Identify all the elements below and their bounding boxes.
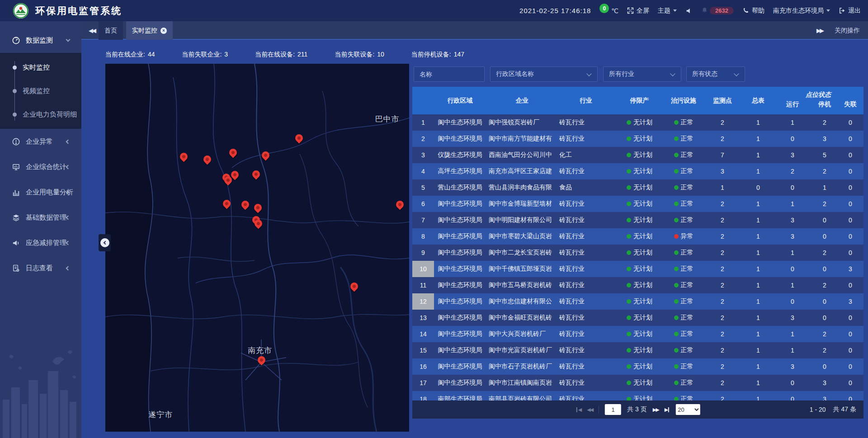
limit-production-cell: 无计划: [613, 281, 665, 289]
close-icon[interactable]: ×: [160, 28, 167, 34]
map-panel[interactable]: 巴中市南充市遂宁市: [105, 64, 409, 432]
table-row[interactable]: 8阆中生态环境局阆中市枣碧大梁山页岩砖瓦行业无计划异常21300: [412, 228, 863, 245]
run-cell: 3: [773, 151, 812, 159]
region-cell: 阆中生态环境局: [434, 118, 486, 127]
lost-cell: 3: [837, 265, 863, 273]
theme-dropdown[interactable]: 主题: [658, 7, 677, 15]
region-cell: 阆中生态环境局: [434, 363, 486, 371]
table-header: 行政区域企业行业停限产治污设施监测点总表点位状态运行停机失联: [412, 87, 863, 114]
table-row[interactable]: 12阆中生态环境局阆中市忠信建材有限公砖瓦行业无计划正常21003: [412, 293, 863, 310]
run-cell: 0: [773, 396, 812, 400]
lost-cell: 0: [837, 396, 863, 400]
table-row[interactable]: 5营山生态环境局营山县润丰肉食品有限食品无计划正常10010: [412, 179, 863, 196]
table-row[interactable]: 9阆中生态环境局阆中市二龙长宝页岩砖砖瓦行业无计划正常21120: [412, 245, 863, 261]
table-row[interactable]: 13阆中生态环境局阆中市金福旺页岩机砖砖瓦行业无计划正常21300: [412, 310, 863, 326]
logout-button[interactable]: 退出: [839, 7, 861, 15]
table-row[interactable]: 14阆中生态环境局阆中大兴页岩机砖厂砖瓦行业无计划正常21120: [412, 326, 863, 342]
tab-2[interactable]: 实时监控×: [126, 21, 173, 40]
sub-col-header[interactable]: 停机: [812, 100, 837, 108]
pollution-facility-label: 正常: [681, 151, 693, 159]
status-filter-select[interactable]: 所有状态: [686, 66, 745, 82]
pollution-facility-label: 正常: [681, 216, 693, 224]
sidebar-item-1[interactable]: 数据监测: [0, 28, 81, 53]
stop-cell: 0: [812, 314, 837, 321]
table-row[interactable]: 2阆中生态环境局阆中市南方节能建材有砖瓦行业无计划正常21030: [412, 131, 863, 147]
lost-cell: 0: [837, 217, 863, 224]
table-row[interactable]: 11阆中生态环境局阆中市五马桥页岩机砖砖瓦行业无计划正常21120: [412, 277, 863, 293]
col-header-5[interactable]: 治污设施: [665, 87, 702, 114]
close-actions-button[interactable]: 关闭操作: [835, 27, 860, 35]
sidebar-item-3[interactable]: 企业综合统计: [0, 154, 81, 179]
tabs-scroll-left-icon[interactable]: ◀◀: [89, 21, 95, 40]
notification-badge[interactable]: 2632: [701, 7, 734, 15]
stat-item: 当前失联企业:3: [182, 51, 228, 59]
col-header-1[interactable]: 行政区域: [434, 87, 486, 114]
prev-page-button[interactable]: ◀◀: [587, 407, 593, 413]
mute-button[interactable]: [685, 7, 693, 14]
table-row[interactable]: 17阆中生态环境局阆中市江南镇阆南页岩砖瓦行业无计划正常21030: [412, 375, 863, 391]
page-number-input[interactable]: [605, 404, 621, 415]
status-filter-value: 所有状态: [692, 70, 717, 78]
region-cell: 南部生态环境局: [434, 395, 486, 400]
sub-col-header[interactable]: 失联: [837, 100, 863, 108]
region-filter-select[interactable]: 行政区域名称: [490, 66, 598, 82]
meters-cell: 1: [743, 151, 773, 159]
first-page-button[interactable]: ◀: [576, 407, 581, 413]
last-page-button[interactable]: ▶: [665, 407, 670, 413]
limit-production-cell: 无计划: [613, 151, 665, 159]
table-row[interactable]: 3仪陇生态环境局西南油气田分公司川中化工无计划正常71350: [412, 147, 863, 163]
pagination-divider: [599, 405, 599, 414]
status-dot-green: [674, 283, 679, 287]
col-header-3[interactable]: 行业: [558, 87, 613, 114]
limit-production-cell: 无计划: [613, 363, 665, 371]
lost-cell: 0: [837, 249, 863, 256]
company-cell: 阆中千佛镇五郎垭页岩: [486, 265, 558, 273]
sidebar-item-6[interactable]: 应急减排管理: [0, 230, 81, 255]
collapse-arrow-icon: [100, 238, 109, 247]
col-header-6[interactable]: 监测点: [702, 87, 743, 114]
table-row[interactable]: 6阆中生态环境局阆中市金博瑞新型墙材砖瓦行业无计划正常21120: [412, 196, 863, 212]
help-label: 帮助: [752, 7, 764, 15]
limit-production-label: 无计划: [633, 395, 652, 400]
table-row[interactable]: 10阆中生态环境局阆中千佛镇五郎垭页岩砖瓦行业无计划正常21003: [412, 261, 863, 277]
col-index-header: [412, 87, 434, 114]
points-cell: 2: [702, 379, 743, 386]
table-row[interactable]: 16阆中生态环境局阆中市石子页岩机砖厂砖瓦行业无计划正常21300: [412, 358, 863, 375]
sidebar-item-label: 应急减排管理: [26, 239, 66, 247]
sidebar-subitem[interactable]: 企业电力负荷明细: [0, 103, 81, 126]
table-row[interactable]: 1阆中生态环境局阆中强锐页岩砖厂砖瓦行业无计划正常21120: [412, 114, 863, 131]
fullscreen-button[interactable]: 全屏: [627, 7, 649, 15]
limit-production-cell: 无计划: [613, 265, 665, 273]
industry-filter-select[interactable]: 所有行业: [603, 66, 681, 82]
next-page-button[interactable]: ▶▶: [653, 407, 659, 413]
page-size-select[interactable]: 20: [676, 404, 700, 415]
sidebar-item-7[interactable]: 日志查看: [0, 255, 81, 281]
tabs-scroll-right-icon[interactable]: ▶▶: [816, 21, 823, 40]
stop-cell: 2: [812, 119, 837, 126]
sidebar-subitem[interactable]: 实时监控: [0, 56, 81, 79]
sidebar-item-5[interactable]: 基础数据管理: [0, 205, 81, 230]
help-button[interactable]: 帮助: [742, 7, 764, 15]
sidebar-item-2[interactable]: 企业异常: [0, 129, 81, 154]
sidebar-item-4[interactable]: 企业用电量分析: [0, 179, 81, 205]
sidebar-subitem[interactable]: 视频监控: [0, 79, 81, 103]
tab-1[interactable]: 首页: [99, 21, 123, 40]
run-cell: 0: [773, 184, 812, 191]
sidebar-collapse-handle[interactable]: [99, 234, 111, 251]
meters-cell: 1: [743, 249, 773, 256]
total-count-label: 共 47 条: [833, 405, 856, 414]
org-dropdown[interactable]: 南充市生态环境局: [773, 7, 830, 15]
stop-cell: 5: [812, 151, 837, 159]
name-filter-input[interactable]: [414, 66, 485, 82]
table-row[interactable]: 18南部生态环境局南部县页岩砖有限公司砖瓦行业无计划正常21030: [412, 391, 863, 400]
table-row[interactable]: 4高坪生态环境局南充市高坪区王家店建砖瓦行业无计划正常31220: [412, 163, 863, 179]
status-dot-green: [627, 169, 631, 174]
col-header-2[interactable]: 企业: [486, 87, 558, 114]
table-row[interactable]: 7阆中生态环境局阆中明阳建材有限公司砖瓦行业无计划正常21300: [412, 212, 863, 228]
limit-production-cell: 无计划: [613, 330, 665, 338]
col-header-4[interactable]: 停限产: [613, 87, 665, 114]
sub-col-header[interactable]: 运行: [773, 100, 812, 108]
table-row[interactable]: 15阆中生态环境局阆中市光富页岩机砖厂砖瓦行业无计划正常21120: [412, 342, 863, 358]
row-index-cell: 12: [412, 293, 434, 310]
col-header-7[interactable]: 总表: [743, 87, 773, 114]
